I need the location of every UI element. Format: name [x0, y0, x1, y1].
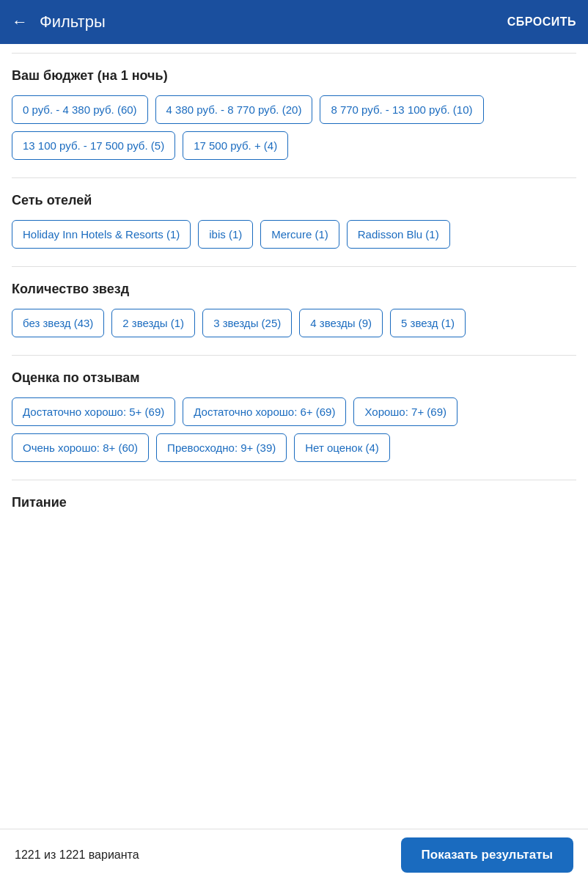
budget-section-title: Ваш бюджет (на 1 ночь): [12, 68, 576, 84]
rating-tag-5[interactable]: Нет оценок (4): [294, 433, 390, 462]
rating-tag-4[interactable]: Превосходно: 9+ (39): [156, 433, 287, 462]
rating-tag-2[interactable]: Хорошо: 7+ (69): [353, 397, 457, 426]
stars-tag-1[interactable]: 2 звезды (1): [111, 309, 195, 337]
hotel-chain-tag-1[interactable]: ibis (1): [198, 220, 253, 249]
stars-tag-2[interactable]: 3 звезды (25): [202, 309, 292, 337]
back-button[interactable]: ←: [12, 12, 28, 32]
show-results-button[interactable]: Показать результаты: [401, 837, 573, 873]
results-count: 1221 из 1221 варианта: [15, 848, 139, 862]
stars-tag-4[interactable]: 5 звезд (1): [390, 309, 466, 337]
food-section-title: Питание: [12, 495, 576, 510]
header-left: ← Фильтры: [12, 12, 106, 32]
rating-tags: Достаточно хорошо: 5+ (69) Достаточно хо…: [12, 397, 576, 462]
rating-tag-3[interactable]: Очень хорошо: 8+ (60): [12, 433, 149, 462]
stars-tags: без звезд (43) 2 звезды (1) 3 звезды (25…: [12, 309, 576, 337]
reset-button[interactable]: СБРОСИТЬ: [507, 15, 576, 29]
hotel-chain-tag-3[interactable]: Radisson Blu (1): [347, 220, 450, 249]
header: ← Фильтры СБРОСИТЬ: [0, 0, 588, 44]
budget-tag-2[interactable]: 8 770 руб. - 13 100 руб. (10): [320, 95, 483, 124]
hotel-chain-tag-0[interactable]: Holiday Inn Hotels & Resorts (1): [12, 220, 191, 249]
stars-tag-3[interactable]: 4 звезды (9): [299, 309, 383, 337]
budget-tag-4[interactable]: 17 500 руб. + (4): [183, 131, 288, 160]
rating-section: Оценка по отзывам Достаточно хорошо: 5+ …: [0, 356, 588, 480]
budget-tag-3[interactable]: 13 100 руб. - 17 500 руб. (5): [12, 131, 175, 160]
page-title: Фильтры: [40, 12, 106, 32]
hotel-chain-section: Сеть отелей Holiday Inn Hotels & Resorts…: [0, 178, 588, 266]
stars-tag-0[interactable]: без звезд (43): [12, 309, 104, 337]
bottom-bar: 1221 из 1221 варианта Показать результат…: [0, 829, 588, 880]
stars-section-title: Количество звезд: [12, 282, 576, 297]
rating-tag-1[interactable]: Достаточно хорошо: 6+ (69): [183, 397, 346, 426]
budget-tag-1[interactable]: 4 380 руб. - 8 770 руб. (20): [155, 95, 313, 124]
content: Ваш бюджет (на 1 ночь) 0 руб. - 4 380 ру…: [0, 44, 588, 598]
hotel-chain-tags: Holiday Inn Hotels & Resorts (1) ibis (1…: [12, 220, 576, 249]
budget-section: Ваш бюджет (на 1 ночь) 0 руб. - 4 380 ру…: [0, 54, 588, 177]
rating-tag-0[interactable]: Достаточно хорошо: 5+ (69): [12, 397, 175, 426]
food-section: Питание: [0, 480, 588, 540]
budget-tag-0[interactable]: 0 руб. - 4 380 руб. (60): [12, 95, 148, 124]
budget-tags: 0 руб. - 4 380 руб. (60) 4 380 руб. - 8 …: [12, 95, 576, 160]
hotel-chain-section-title: Сеть отелей: [12, 193, 576, 208]
hotel-chain-tag-2[interactable]: Mercure (1): [260, 220, 339, 249]
rating-section-title: Оценка по отзывам: [12, 370, 576, 386]
stars-section: Количество звезд без звезд (43) 2 звезды…: [0, 267, 588, 355]
